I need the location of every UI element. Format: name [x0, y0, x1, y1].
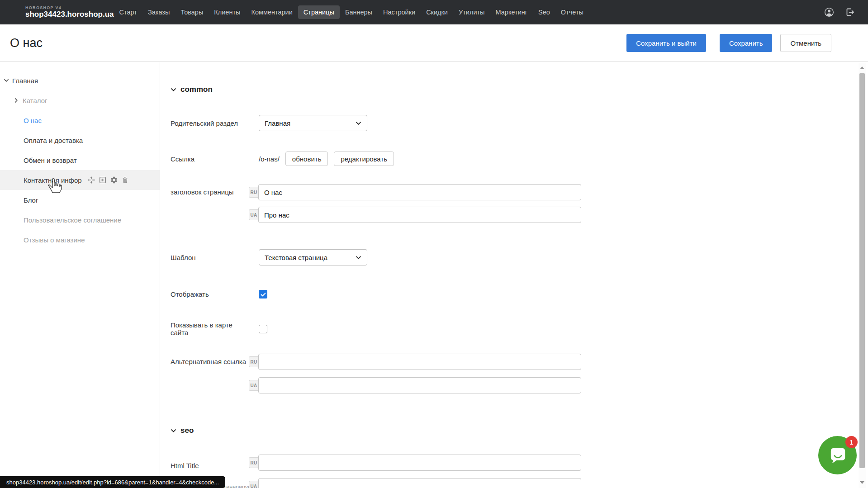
scrollbar[interactable]: [859, 63, 866, 488]
parent-section-select[interactable]: Главная: [259, 115, 367, 131]
sidebar-item-label: Оплата и доставка: [24, 137, 83, 144]
status-url-bar: shop34423.horoshop.ua/edit/edit.php?id=6…: [0, 476, 225, 488]
field-template: Шаблон Текстовая страница: [171, 249, 859, 265]
sidebar-item-label: Контактная инфор: [24, 176, 82, 184]
template-select[interactable]: Текстовая страница: [259, 249, 367, 265]
nav-pages[interactable]: Страницы: [298, 5, 340, 19]
save-button[interactable]: Сохранить: [720, 34, 773, 52]
page-tree-sidebar: Главная Каталог О нас Оплата и доставка …: [0, 62, 160, 488]
nav-seo[interactable]: Seo: [533, 5, 555, 19]
brand-version: HOROSHOP V4: [25, 6, 114, 10]
page-title-ua-input[interactable]: [258, 207, 581, 223]
save-and-exit-button[interactable]: Сохранить и выйти: [626, 34, 706, 52]
inputs-column: RU UA: [249, 354, 581, 393]
field-label: Показывать в карте сайта: [171, 321, 249, 336]
user-account-icon[interactable]: [824, 7, 835, 18]
lang-ua-badge: UA: [249, 209, 258, 220]
chevron-down-icon[interactable]: [171, 87, 176, 93]
field-html-title: Html Title Полная замена title, генериру…: [171, 455, 859, 488]
field-link: Ссылка /o-nas/ обновить редактировать: [171, 152, 859, 166]
sidebar-item-blog[interactable]: Блог: [0, 190, 160, 210]
input-line-ua: UA: [249, 377, 581, 393]
section-common: common: [171, 85, 859, 94]
tree-row-actions: [87, 176, 129, 184]
alt-link-ru-input[interactable]: [258, 354, 581, 370]
field-label: Html Title: [171, 458, 249, 474]
settings-icon[interactable]: [110, 176, 118, 184]
chevron-down-icon: [356, 120, 361, 126]
field-parent-section: Родительский раздел Главная: [171, 115, 859, 131]
field-label: заголовок страницы: [171, 184, 249, 200]
input-line-ua: UA: [249, 207, 581, 223]
chevron-down-icon[interactable]: [171, 428, 176, 434]
select-value: Текстовая страница: [265, 254, 327, 261]
nav-utilities[interactable]: Утилиты: [453, 5, 490, 19]
move-icon[interactable]: [87, 176, 95, 184]
input-line-ru: RU: [249, 184, 581, 200]
nav-clients[interactable]: Клиенты: [209, 5, 246, 19]
page-edit-form: common Родительский раздел Главная Ссылк…: [160, 62, 859, 488]
nav-settings[interactable]: Настройки: [378, 5, 421, 19]
nav-banners[interactable]: Баннеры: [340, 5, 378, 19]
chat-widget-button[interactable]: 1: [818, 436, 857, 474]
sidebar-item-obmen-i-vozvrat[interactable]: Обмен и возврат: [0, 150, 160, 170]
sidebar-item-polzovatelskoe-soglashenie[interactable]: Пользовательское соглашение: [0, 210, 160, 230]
sidebar-item-glavnaya[interactable]: Главная: [0, 71, 160, 90]
add-icon[interactable]: [99, 176, 107, 184]
alt-link-ua-input[interactable]: [258, 377, 581, 393]
lang-ua-badge: UA: [249, 481, 258, 488]
top-nav: Старт Заказы Товары Клиенты Комментарии …: [114, 5, 589, 19]
html-title-ua-input[interactable]: [258, 478, 581, 488]
inputs-column: RU UA: [249, 455, 581, 488]
nav-comments[interactable]: Комментарии: [246, 5, 298, 19]
sidebar-item-otzyvy-o-magazine[interactable]: Отзывы о магазине: [0, 230, 160, 250]
nav-start[interactable]: Старт: [114, 5, 142, 19]
input-line-ru: RU: [249, 455, 581, 471]
input-line-ru: RU: [249, 354, 581, 370]
delete-icon[interactable]: [121, 176, 129, 184]
lang-ua-badge: UA: [249, 380, 258, 391]
sitemap-checkbox[interactable]: [259, 325, 267, 333]
link-path-value: /o-nas/: [259, 155, 280, 163]
brand: HOROSHOP V4 shop34423.horoshop.ua: [0, 6, 114, 19]
display-checkbox[interactable]: [259, 290, 267, 298]
field-alt-link: Альтернативная ссылка RU UA: [171, 354, 859, 393]
scroll-up-arrow-icon[interactable]: [860, 66, 864, 69]
link-refresh-button[interactable]: обновить: [285, 152, 328, 166]
chat-bubble-icon: [826, 444, 849, 467]
sidebar-item-label: О нас: [24, 117, 42, 124]
header-actions: Сохранить и выйти Сохранить Отменить: [626, 24, 831, 62]
sidebar-item-katalog[interactable]: Каталог: [0, 90, 160, 110]
logout-icon[interactable]: [844, 7, 855, 18]
nav-reports[interactable]: Отчеты: [555, 5, 589, 19]
nav-products[interactable]: Товары: [175, 5, 209, 19]
topbar: HOROSHOP V4 shop34423.horoshop.ua Старт …: [0, 0, 868, 24]
cancel-button[interactable]: Отменить: [780, 34, 831, 52]
topbar-right: [824, 7, 868, 18]
chevron-right-icon[interactable]: [14, 98, 19, 103]
sidebar-item-label: Блог: [24, 196, 38, 204]
page-title-ru-input[interactable]: [258, 184, 581, 200]
scroll-down-arrow-icon[interactable]: [860, 481, 864, 484]
field-label: Ссылка: [171, 155, 249, 163]
sidebar-item-o-nas[interactable]: О нас: [0, 110, 160, 130]
select-value: Главная: [265, 119, 290, 127]
scrollbar-thumb[interactable]: [859, 73, 865, 468]
nav-marketing[interactable]: Маркетинг: [490, 5, 533, 19]
chat-unread-badge: 1: [845, 436, 858, 448]
sidebar-item-label: Каталог: [23, 97, 47, 104]
page-header: О нас Сохранить и выйти Сохранить Отмени…: [0, 24, 868, 62]
section-common-title: common: [180, 85, 213, 94]
sidebar-item-label: Пользовательское соглашение: [24, 216, 121, 224]
section-seo: seo: [171, 426, 859, 435]
nav-orders[interactable]: Заказы: [142, 5, 175, 19]
nav-discounts[interactable]: Скидки: [421, 5, 453, 19]
html-title-ru-input[interactable]: [258, 455, 581, 471]
chevron-down-icon[interactable]: [4, 78, 9, 83]
link-edit-button[interactable]: редактировать: [334, 152, 394, 166]
sidebar-item-label: Обмен и возврат: [24, 156, 77, 164]
sidebar-item-oplata-i-dostavka[interactable]: Оплата и доставка: [0, 130, 160, 150]
sidebar-item-kontaktnaya-informatsiya[interactable]: Контактная инфор: [0, 170, 160, 190]
field-display: Отображать: [171, 290, 859, 298]
field-label: Отображать: [171, 290, 249, 298]
